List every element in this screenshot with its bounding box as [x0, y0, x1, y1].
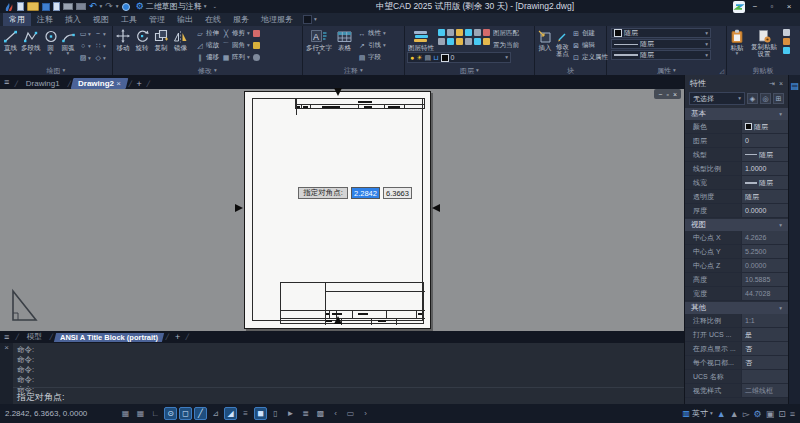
minimize-button[interactable]: − [748, 2, 762, 11]
hatch-tool-button[interactable]: ▨▾ [78, 52, 93, 64]
properties-dialog-launcher-icon[interactable]: ◿ [719, 67, 724, 74]
linear-dim-button[interactable]: ↔线性▾ [358, 28, 386, 39]
mtext-button[interactable]: A 多行文字 ▾ [305, 28, 333, 65]
cut-icon[interactable] [783, 29, 790, 36]
fullscreen-icon[interactable]: ⊡ [778, 409, 786, 419]
prop-value-viewport-ucs[interactable]: 否 [741, 356, 788, 369]
field-button[interactable]: ▤字段 [358, 52, 386, 63]
palette-close-icon[interactable]: × [779, 80, 783, 88]
command-prompt[interactable]: 指定对角点: [17, 391, 65, 404]
prop-value-layer[interactable]: 0 [741, 134, 788, 147]
properties-group-label[interactable]: 属性▾ [607, 66, 726, 75]
undo-icon[interactable]: ↶ [89, 1, 97, 12]
define-attributes-button[interactable]: ⊡定义属性 [572, 52, 608, 63]
new-file-icon[interactable] [17, 1, 24, 12]
donut-tool-button[interactable]: ○▾ [78, 40, 93, 52]
polyline-button[interactable]: 多段线 ▾ [20, 28, 42, 65]
selection-filter-icon[interactable]: ▻ [743, 409, 750, 419]
close-tab-icon[interactable]: × [116, 79, 121, 88]
move-button[interactable]: 移动 [115, 28, 131, 65]
layer-state-icon[interactable] [474, 38, 481, 45]
customize-status-button[interactable]: ▭ [344, 407, 357, 420]
command-window[interactable]: × 命令: 命令: 命令: 命令: 命令: 指定对角点: [0, 343, 684, 404]
selection-dropdown[interactable]: 无选择▾ [689, 92, 745, 105]
set-current-layer-button[interactable]: 置为当前 [493, 40, 519, 51]
tab-insert[interactable]: 插入 [59, 13, 87, 26]
restore-button[interactable]: ▫ [765, 2, 779, 11]
layer-state-icon[interactable] [483, 29, 490, 36]
layer-state-icon[interactable] [456, 29, 463, 36]
fillet-button[interactable]: ⌒圆角▾ [222, 40, 250, 51]
prop-value-linetype-scale[interactable]: 1.0000 [741, 162, 788, 175]
layer-state-icon[interactable] [483, 38, 490, 45]
section-basic[interactable]: 基本▾ [685, 108, 788, 120]
explode-button[interactable] [253, 40, 260, 51]
prop-value-linetype[interactable]: 随层 [741, 148, 788, 161]
section-misc[interactable]: 其他▾ [685, 302, 788, 314]
quick-properties-toggle[interactable]: ≣ [299, 407, 312, 420]
edit-base-button[interactable]: 修改基点 [555, 28, 570, 65]
rectangle-tool-button[interactable]: ▭▾ [78, 28, 93, 40]
object-snap-toggle[interactable]: ◻ [179, 407, 192, 420]
create-block-button[interactable]: ⊞创建 [572, 28, 608, 39]
match-properties-icon[interactable] [783, 47, 790, 54]
tab-online[interactable]: 在线 [199, 13, 227, 26]
lineweight-display-toggle[interactable]: ≡ [239, 407, 252, 420]
close-button[interactable]: × [782, 2, 796, 11]
doc-restore-icon[interactable]: ▫ [666, 91, 668, 98]
polar-tracking-toggle[interactable]: ⊙ [164, 407, 177, 420]
next-group-arrow[interactable]: › [359, 407, 372, 420]
annotation-scale-sync-icon[interactable]: ▲ [730, 409, 739, 419]
prop-value-ucs-per-viewport[interactable]: 是 [741, 328, 788, 341]
draw-group-label[interactable]: 绘图▾ [0, 66, 112, 75]
layer-match-button[interactable]: 图层匹配 [493, 28, 519, 39]
ribbon-display-toggle[interactable]: ▾ [299, 13, 321, 26]
circle-button[interactable]: 圆 ▾ [43, 28, 59, 65]
tab-home[interactable]: 常用 [3, 13, 31, 26]
section-view[interactable]: 视图▾ [685, 219, 788, 231]
annotation-monitor-toggle[interactable]: ► [284, 407, 297, 420]
object-color-dropdown[interactable]: 随层 ▾ [611, 28, 711, 38]
dynamic-input-x-field[interactable]: 2.2842 [351, 187, 380, 199]
trim-button[interactable]: ╳修剪▾ [222, 28, 250, 39]
paste-button[interactable]: 粘贴 ▾ [729, 28, 745, 65]
prop-value-thickness[interactable]: 0.0000 [741, 204, 788, 217]
prev-group-arrow[interactable]: ‹ [329, 407, 342, 420]
prop-value-ucs-at-origin[interactable]: 否 [741, 342, 788, 355]
doc-minimize-icon[interactable]: − [658, 91, 662, 98]
select-objects-icon[interactable]: ◎ [760, 93, 771, 104]
layout-tab-ansi-a[interactable]: ANSI A Title Block (portrait) [54, 333, 164, 342]
redo-dropdown-icon[interactable]: ▾ [116, 4, 119, 9]
quick-access-options-icon[interactable]: ⌄ [212, 4, 217, 9]
spline-tool-button[interactable]: ~▾ [93, 28, 108, 40]
unit-dropdown[interactable]: ▥英寸▾ [683, 408, 713, 419]
new-doc-tab-button[interactable]: + [134, 79, 145, 89]
grid-snap-toggle[interactable]: ▦ [134, 407, 147, 420]
doc-close-icon[interactable]: × [673, 91, 677, 98]
layer-state-icon[interactable] [456, 38, 463, 45]
dynamic-input-toggle[interactable]: ◢ [224, 407, 237, 420]
auto-hide-pin-icon[interactable]: ⇥ [769, 80, 775, 88]
stretch-button[interactable]: ▱拉伸 [196, 28, 219, 39]
table-button[interactable]: 表格 [336, 28, 353, 65]
doc-tab-drawing1[interactable]: Drawing1 [20, 78, 66, 89]
status-menu-icon[interactable]: ≡ [790, 409, 795, 419]
line-snap-toggle[interactable]: ╱ [194, 407, 207, 420]
modify-group-label[interactable]: 修改▾ [113, 66, 302, 75]
prop-value-ucs-name[interactable] [741, 370, 788, 383]
clean-screen-icon[interactable]: ▣ [766, 409, 775, 419]
doc-tab-drawing2[interactable]: Drawing2 × [71, 78, 129, 89]
erase-button[interactable] [253, 28, 260, 39]
mirror-button[interactable]: 镜像 [172, 28, 189, 65]
drawing-canvas[interactable]: − ▫ × [0, 89, 684, 331]
tab-manage[interactable]: 管理 [143, 13, 171, 26]
offset-button[interactable]: ∥偏移 [196, 52, 219, 63]
isolate-objects-toggle[interactable]: ▩ [314, 407, 327, 420]
annotate-group-label[interactable]: 注释▾ [303, 66, 404, 75]
join-button[interactable] [253, 52, 260, 63]
tab-output[interactable]: 输出 [171, 13, 199, 26]
model-tab[interactable]: 模型 [22, 332, 47, 342]
array-button[interactable]: ▦阵列▾ [222, 52, 250, 63]
tab-annotate[interactable]: 注释 [31, 13, 59, 26]
lineweight-dropdown[interactable]: 随层 ▾ [611, 50, 711, 60]
